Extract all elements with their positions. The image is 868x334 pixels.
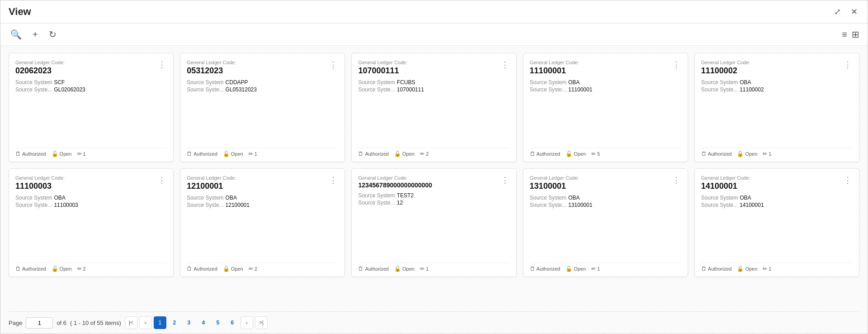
list-view-icon[interactable]: ≡ xyxy=(842,29,847,40)
page-2-button[interactable]: 2 xyxy=(168,316,181,329)
card-9[interactable]: General Ledger Code: 14100001 ⋮ Source S… xyxy=(694,168,859,277)
card-source-syste-row-3: Source Syste... 11100001 xyxy=(530,86,681,93)
card-source-syste-row-7: Source Syste... 12 xyxy=(358,200,509,206)
status-icon-4: 🗒 xyxy=(701,151,707,157)
refresh-button[interactable]: ↻ xyxy=(47,27,58,42)
lock-icon-9: 🔓 xyxy=(737,266,744,272)
maximize-button[interactable]: ⤢ xyxy=(832,6,843,18)
lock-label-3: Open xyxy=(574,151,586,157)
card-count-1: ✏ 1 xyxy=(249,151,257,157)
next-page-button[interactable]: › xyxy=(241,316,253,329)
count-icon-4: ✏ xyxy=(763,151,767,157)
card-gl-label-4: General Ledger Code: xyxy=(701,60,750,65)
card-count-8: ✏ 1 xyxy=(591,266,600,272)
card-status-6: 🗒 Authorized xyxy=(187,266,217,272)
card-6[interactable]: General Ledger Code: 12100001 ⋮ Source S… xyxy=(180,168,345,277)
lock-icon-3: 🔓 xyxy=(566,151,572,157)
card-menu-5[interactable]: ⋮ xyxy=(157,175,167,185)
card-7[interactable]: General Ledger Code: 1234567890000000000… xyxy=(351,168,516,277)
source-system-value-4: OBA xyxy=(740,79,751,86)
count-value-9: 1 xyxy=(769,266,771,272)
card-gl-label-9: General Ledger Code: xyxy=(701,175,750,181)
card-gl-code-1: 05312023 xyxy=(187,66,236,76)
card-gl-label-0: General Ledger Code: xyxy=(15,60,65,65)
status-icon-2: 🗒 xyxy=(358,151,363,157)
card-gl-label-8: General Ledger Code: xyxy=(530,175,579,181)
lock-label-7: Open xyxy=(402,266,415,272)
card-source-system-row-4: Source System OBA xyxy=(701,79,853,86)
page-3-button[interactable]: 3 xyxy=(183,316,195,329)
card-source-system-row-5: Source System OBA xyxy=(15,195,167,201)
source-syste-value-0: GL02062023 xyxy=(54,86,85,93)
card-lock-3: 🔓 Open xyxy=(566,151,586,157)
card-0[interactable]: General Ledger Code: 02062023 ⋮ Source S… xyxy=(9,53,174,162)
source-system-value-7: TEST2 xyxy=(397,192,414,199)
status-label-7: Authorized xyxy=(365,266,389,272)
card-menu-4[interactable]: ⋮ xyxy=(843,60,853,70)
page-label: Page xyxy=(9,320,22,326)
card-1[interactable]: General Ledger Code: 05312023 ⋮ Source S… xyxy=(180,53,345,162)
card-menu-2[interactable]: ⋮ xyxy=(500,60,510,70)
card-source-system-row-0: Source System SCF xyxy=(15,79,167,86)
page-1-button[interactable]: 1 xyxy=(154,316,166,329)
source-syste-label-7: Source Syste... xyxy=(358,200,395,206)
source-system-label-3: Source System xyxy=(530,79,566,86)
card-header-3: General Ledger Code: 11100001 ⋮ xyxy=(530,60,681,76)
source-system-label-8: Source System xyxy=(530,195,566,201)
add-button[interactable]: + xyxy=(31,28,40,42)
lock-icon-6: 🔓 xyxy=(223,266,230,272)
source-system-label-5: Source System xyxy=(15,195,52,201)
lock-icon-2: 🔓 xyxy=(394,151,401,157)
card-3[interactable]: General Ledger Code: 11100001 ⋮ Source S… xyxy=(523,53,688,162)
last-page-button[interactable]: >| xyxy=(255,316,268,329)
card-menu-1[interactable]: ⋮ xyxy=(328,60,338,70)
source-syste-label-6: Source Syste... xyxy=(187,202,223,208)
card-menu-3[interactable]: ⋮ xyxy=(671,60,681,70)
card-8[interactable]: General Ledger Code: 13100001 ⋮ Source S… xyxy=(523,168,688,277)
card-menu-7[interactable]: ⋮ xyxy=(500,175,510,185)
card-body-5: Source System OBA Source Syste... 111000… xyxy=(15,195,167,259)
card-footer-3: 🗒 Authorized 🔓 Open ✏ 5 xyxy=(530,148,681,157)
card-lock-8: 🔓 Open xyxy=(566,266,586,272)
count-value-2: 2 xyxy=(426,151,429,157)
source-system-label-6: Source System xyxy=(187,195,223,201)
card-lock-6: 🔓 Open xyxy=(223,266,243,272)
card-lock-2: 🔓 Open xyxy=(394,151,415,157)
page-5-button[interactable]: 5 xyxy=(212,316,224,329)
source-syste-value-1: GL05312023 xyxy=(226,86,257,93)
status-icon-1: 🗒 xyxy=(187,151,192,157)
card-count-5: ✏ 2 xyxy=(77,266,86,272)
lock-icon-4: 🔓 xyxy=(737,151,744,157)
card-footer-6: 🗒 Authorized 🔓 Open ✏ 2 xyxy=(187,262,338,272)
card-menu-0[interactable]: ⋮ xyxy=(157,60,167,70)
card-source-system-row-1: Source System CDDAPP xyxy=(187,79,338,86)
close-button[interactable]: ✕ xyxy=(849,6,859,18)
source-system-value-0: SCF xyxy=(54,79,65,86)
count-value-3: 5 xyxy=(597,151,600,157)
count-value-4: 1 xyxy=(769,151,771,157)
status-label-4: Authorized xyxy=(708,151,732,157)
card-2[interactable]: General Ledger Code: 107000111 ⋮ Source … xyxy=(351,53,516,162)
search-button[interactable]: 🔍 xyxy=(9,27,24,42)
source-syste-label-1: Source Syste... xyxy=(187,86,223,93)
page-6-button[interactable]: 6 xyxy=(226,316,239,329)
card-menu-9[interactable]: ⋮ xyxy=(843,175,853,185)
page-4-button[interactable]: 4 xyxy=(197,316,210,329)
status-icon-7: 🗒 xyxy=(358,266,363,272)
card-body-6: Source System OBA Source Syste... 121000… xyxy=(187,195,338,259)
page-input[interactable] xyxy=(26,317,53,329)
count-value-1: 1 xyxy=(255,151,257,157)
first-page-button[interactable]: |< xyxy=(125,316,137,329)
source-syste-value-7: 12 xyxy=(397,200,403,206)
grid-view-icon[interactable]: ⊞ xyxy=(852,29,859,40)
prev-page-button[interactable]: ‹ xyxy=(139,316,152,329)
card-body-2: Source System FCUBS Source Syste... 1070… xyxy=(358,79,509,144)
card-5[interactable]: General Ledger Code: 11100003 ⋮ Source S… xyxy=(9,168,174,277)
lock-icon-0: 🔓 xyxy=(52,151,58,157)
card-4[interactable]: General Ledger Code: 11100002 ⋮ Source S… xyxy=(694,53,859,162)
content-area: General Ledger Code: 02062023 ⋮ Source S… xyxy=(0,46,868,311)
status-label-3: Authorized xyxy=(537,151,561,157)
card-footer-7: 🗒 Authorized 🔓 Open ✏ 1 xyxy=(358,262,509,272)
card-menu-6[interactable]: ⋮ xyxy=(328,175,338,185)
card-menu-8[interactable]: ⋮ xyxy=(671,175,681,185)
